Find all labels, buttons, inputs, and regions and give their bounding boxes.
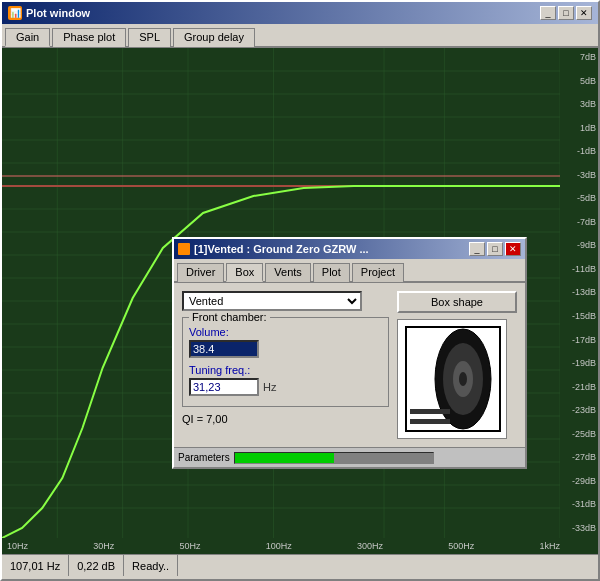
maximize-button[interactable]: □ — [558, 6, 574, 20]
status-db: 0,22 dB — [69, 555, 124, 576]
dialog-close-button[interactable]: ✕ — [505, 242, 521, 256]
dialog-tab-vents[interactable]: Vents — [265, 263, 311, 282]
y-label-m31db: -31dB — [562, 500, 596, 509]
svg-point-34 — [459, 372, 467, 386]
volume-label: Volume: — [189, 326, 382, 338]
y-label-m9db: -9dB — [562, 241, 596, 250]
tab-gain[interactable]: Gain — [5, 28, 50, 47]
parameters-label: Parameters — [178, 452, 230, 463]
x-axis-labels: 10Hz 30Hz 50Hz 100Hz 300Hz 500Hz 1kHz — [2, 538, 598, 554]
main-window-icon: 📊 — [8, 6, 22, 20]
y-label-5db: 5dB — [562, 77, 596, 86]
x-label-30hz: 30Hz — [93, 541, 114, 551]
y-label-m1db: -1dB — [562, 147, 596, 156]
dialog-content: Vented Front chamber: Volume: Tuning fre… — [174, 283, 525, 447]
progress-bar-container — [234, 452, 434, 464]
y-label-m17db: -17dB — [562, 336, 596, 345]
dialog-tab-box[interactable]: Box — [226, 263, 263, 282]
dialog-minimize-button[interactable]: _ — [469, 242, 485, 256]
y-label-7db: 7dB — [562, 53, 596, 62]
dialog-tab-plot[interactable]: Plot — [313, 263, 350, 282]
y-label-m27db: -27dB — [562, 453, 596, 462]
x-label-1khz: 1kHz — [539, 541, 560, 551]
tuning-freq-unit: Hz — [263, 381, 276, 393]
title-bar-left: 📊 Plot window — [8, 6, 90, 20]
dialog-title-bar: [1]Vented : Ground Zero GZRW ... _ □ ✕ — [174, 239, 525, 259]
dialog-tab-project[interactable]: Project — [352, 263, 404, 282]
tab-group-delay[interactable]: Group delay — [173, 28, 255, 47]
dialog-tab-driver[interactable]: Driver — [177, 263, 224, 282]
tab-spl[interactable]: SPL — [128, 28, 171, 47]
x-label-50hz: 50Hz — [179, 541, 200, 551]
y-label-m29db: -29dB — [562, 477, 596, 486]
status-text: Ready.. — [124, 555, 178, 576]
main-tab-bar: Gain Phase plot SPL Group delay — [2, 24, 598, 48]
y-label-m13db: -13dB — [562, 288, 596, 297]
qi-value: QI = 7,00 — [182, 413, 389, 425]
svg-rect-35 — [410, 409, 450, 414]
y-label-m33db: -33dB — [562, 524, 596, 533]
tab-phase-plot[interactable]: Phase plot — [52, 28, 126, 47]
box-shape-button[interactable]: Box shape — [397, 291, 517, 313]
x-label-100hz: 100Hz — [266, 541, 292, 551]
dialog-title-buttons: _ □ ✕ — [469, 242, 521, 256]
svg-rect-36 — [410, 419, 450, 424]
dialog-footer: Parameters — [174, 447, 525, 467]
dialog-vented: [1]Vented : Ground Zero GZRW ... _ □ ✕ D… — [172, 237, 527, 469]
y-label-m15db: -15dB — [562, 312, 596, 321]
dialog-title: [1]Vented : Ground Zero GZRW ... — [194, 243, 369, 255]
tuning-freq-input[interactable] — [189, 378, 259, 396]
y-label-1db: 1dB — [562, 124, 596, 133]
volume-field-group: Volume: — [189, 326, 382, 358]
tuning-freq-label: Tuning freq.: — [189, 364, 382, 376]
x-label-10hz: 10Hz — [7, 541, 28, 551]
y-label-m3db: -3dB — [562, 171, 596, 180]
dialog-icon — [178, 243, 190, 255]
dialog-maximize-button[interactable]: □ — [487, 242, 503, 256]
status-freq: 107,01 Hz — [2, 555, 69, 576]
svg-rect-28 — [178, 243, 190, 255]
dialog-left-panel: Vented Front chamber: Volume: Tuning fre… — [182, 291, 389, 439]
close-button[interactable]: ✕ — [576, 6, 592, 20]
main-window: 📊 Plot window _ □ ✕ Gain Phase plot SPL … — [0, 0, 600, 581]
main-title-bar: 📊 Plot window _ □ ✕ — [2, 2, 598, 24]
main-window-title: Plot window — [26, 7, 90, 19]
tuning-freq-input-row: Hz — [189, 378, 382, 396]
x-label-300hz: 300Hz — [357, 541, 383, 551]
front-chamber-group: Front chamber: Volume: Tuning freq.: Hz — [182, 317, 389, 407]
y-label-m5db: -5dB — [562, 194, 596, 203]
y-label-m7db: -7dB — [562, 218, 596, 227]
y-label-m25db: -25dB — [562, 430, 596, 439]
y-label-m21db: -21dB — [562, 383, 596, 392]
dialog-right-panel: Box shape — [397, 291, 517, 439]
y-label-m23db: -23dB — [562, 406, 596, 415]
x-label-500hz: 500Hz — [448, 541, 474, 551]
tuning-freq-field-group: Tuning freq.: Hz — [189, 364, 382, 396]
volume-input-row — [189, 340, 382, 358]
volume-input[interactable] — [189, 340, 259, 358]
front-chamber-label: Front chamber: — [189, 311, 270, 323]
box-type-row: Vented — [182, 291, 389, 311]
speaker-image — [397, 319, 507, 439]
speaker-svg — [398, 319, 506, 439]
dialog-tab-bar: Driver Box Vents Plot Project — [174, 259, 525, 283]
minimize-button[interactable]: _ — [540, 6, 556, 20]
y-label-m19db: -19dB — [562, 359, 596, 368]
status-bar: 107,01 Hz 0,22 dB Ready.. — [2, 554, 598, 576]
dialog-title-left: [1]Vented : Ground Zero GZRW ... — [178, 243, 369, 255]
y-axis-labels: 7dB 5dB 3dB 1dB -1dB -3dB -5dB -7dB -9dB… — [560, 48, 598, 538]
progress-bar-fill — [235, 453, 334, 463]
box-type-select[interactable]: Vented — [182, 291, 362, 311]
main-title-buttons: _ □ ✕ — [540, 6, 592, 20]
y-label-3db: 3dB — [562, 100, 596, 109]
y-label-m11db: -11dB — [562, 265, 596, 274]
